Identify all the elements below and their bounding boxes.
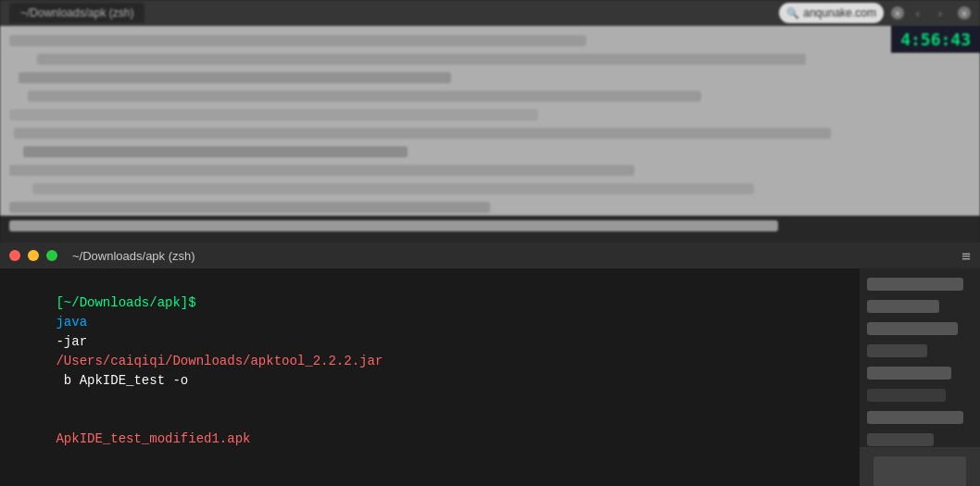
java-command: java bbox=[56, 315, 87, 330]
browser-titlebar: ~/Downloads/apk (zsh) 🔍 anqunake.com × ‹… bbox=[0, 0, 980, 26]
maximize-dot[interactable] bbox=[46, 250, 57, 261]
bg-item bbox=[867, 433, 934, 446]
browser-content: 4:56:43 bbox=[0, 26, 980, 216]
bg-bottom-item bbox=[873, 456, 966, 486]
fake-content-row bbox=[9, 165, 634, 176]
minimize-dot[interactable] bbox=[28, 250, 39, 261]
close-dot[interactable] bbox=[9, 250, 20, 261]
terminal-command-line: [~/Downloads/apk]$ java -jar /Users/caiq… bbox=[9, 274, 971, 410]
terminal-title: ~/Downloads/apk (zsh) bbox=[72, 249, 195, 263]
forward-button[interactable]: › bbox=[930, 3, 950, 23]
bg-right-panel bbox=[860, 268, 980, 486]
terminal-menu-icon[interactable]: ≡ bbox=[961, 247, 971, 265]
bg-item bbox=[867, 300, 939, 313]
prompt-1: [~/Downloads/apk]$ bbox=[56, 295, 195, 310]
fake-content-row bbox=[9, 202, 490, 213]
fake-content-row bbox=[28, 91, 701, 102]
time-display: 4:56:43 bbox=[891, 26, 980, 53]
bg-item bbox=[867, 278, 963, 291]
bg-bottom-panel bbox=[860, 447, 980, 486]
fake-content-row bbox=[19, 72, 451, 83]
fake-content-row bbox=[9, 109, 538, 120]
address-bar-value: anqunake.com bbox=[803, 6, 876, 19]
address-bar-close-btn[interactable]: × bbox=[891, 6, 904, 19]
terminal-window: ~/Downloads/apk (zsh) ≡ [~/Downloads/apk… bbox=[0, 243, 980, 486]
fake-content-row bbox=[9, 220, 778, 231]
fake-content-row bbox=[23, 146, 408, 157]
search-icon: 🔍 bbox=[786, 7, 799, 19]
window-close-btn[interactable]: × bbox=[958, 6, 971, 19]
bg-item bbox=[867, 344, 927, 357]
terminal-body[interactable]: [~/Downloads/apk]$ java -jar /Users/caiq… bbox=[0, 268, 980, 486]
jar-path: /Users/caiqiqi/Downloads/apktool_2.2.2.j… bbox=[56, 354, 383, 368]
bg-item bbox=[867, 367, 951, 380]
fake-content-row bbox=[37, 54, 806, 65]
fake-content-row bbox=[32, 183, 754, 194]
bg-item bbox=[867, 322, 958, 335]
terminal-output-line-1: I: Using Apktool 2.2.2 bbox=[9, 468, 971, 486]
terminal-titlebar: ~/Downloads/apk (zsh) ≡ bbox=[0, 243, 980, 268]
command-continuation: ApkIDE_test_modified1.apk bbox=[56, 431, 250, 446]
nav-arrows: ‹ › bbox=[908, 3, 950, 23]
browser-window: ~/Downloads/apk (zsh) 🔍 anqunake.com × ‹… bbox=[0, 0, 980, 245]
bg-item bbox=[867, 411, 963, 424]
command-rest: b ApkIDE_test -o bbox=[56, 373, 188, 388]
dash-jar: -jar bbox=[56, 334, 87, 349]
browser-tab[interactable]: ~/Downloads/apk (zsh) bbox=[9, 3, 144, 23]
terminal-command-continuation: ApkIDE_test_modified1.apk bbox=[9, 410, 971, 468]
address-bar[interactable]: 🔍 anqunake.com bbox=[779, 3, 884, 23]
bg-item bbox=[867, 389, 946, 402]
fake-content-row bbox=[14, 128, 831, 139]
fake-content-row bbox=[9, 35, 586, 46]
back-button[interactable]: ‹ bbox=[908, 3, 928, 23]
